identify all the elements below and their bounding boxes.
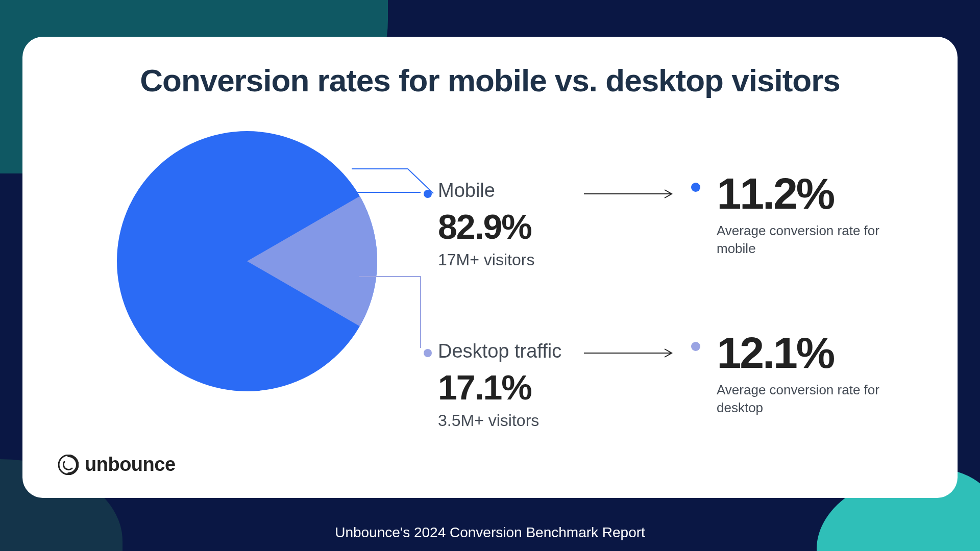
bullet-mobile-icon: [691, 183, 700, 192]
chart-title: Conversion rates for mobile vs. desktop …: [22, 62, 958, 98]
mobile-conversion-block: 11.2% Average conversion rate for mobile: [691, 168, 900, 258]
report-card: Conversion rates for mobile vs. desktop …: [22, 37, 958, 498]
brand-name: unbounce: [85, 454, 176, 475]
footer-caption: Unbounce's 2024 Conversion Benchmark Rep…: [0, 524, 980, 541]
desktop-conversion-value: 12.1%: [717, 328, 834, 378]
bullet-mobile-icon: [424, 190, 432, 198]
mobile-visitors: 17M+ visitors: [438, 251, 534, 269]
desktop-share-block: Desktop traffic 17.1% 3.5M+ visitors: [438, 340, 561, 430]
leader-line-desktop: [329, 251, 441, 363]
desktop-conversion-sub: Average conversion rate for desktop: [717, 381, 900, 417]
mobile-share-value: 82.9%: [438, 207, 534, 246]
bullet-desktop-icon: [691, 342, 700, 351]
mobile-conversion-sub: Average conversion rate for mobile: [717, 222, 900, 258]
desktop-label: Desktop traffic: [438, 340, 561, 362]
brand-logo: unbounce: [58, 454, 176, 475]
mobile-conversion-value: 11.2%: [717, 168, 834, 219]
arrow-icon: [584, 188, 681, 200]
unbounce-mark-icon: [58, 455, 79, 475]
desktop-conversion-block: 12.1% Average conversion rate for deskto…: [691, 328, 900, 417]
arrow-icon: [584, 347, 681, 359]
desktop-share-value: 17.1%: [438, 367, 561, 407]
desktop-visitors: 3.5M+ visitors: [438, 411, 561, 430]
mobile-share-block: Mobile 82.9% 17M+ visitors: [438, 180, 534, 269]
bullet-desktop-icon: [424, 349, 432, 357]
mobile-label: Mobile: [438, 180, 534, 202]
